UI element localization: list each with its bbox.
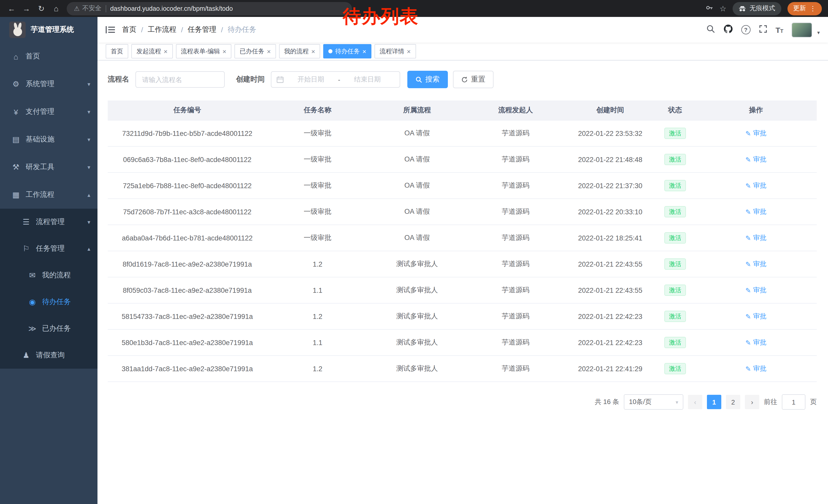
sidebar-item-todo-tasks[interactable]: ◉ 待办任务 bbox=[0, 289, 97, 315]
browser-menu-icon[interactable]: ⋮ bbox=[810, 5, 816, 12]
next-page-button[interactable]: › bbox=[745, 395, 759, 409]
back-icon[interactable]: ← bbox=[4, 1, 19, 16]
sidebar-item-leave-query[interactable]: ♟ 请假查询 bbox=[0, 342, 97, 369]
home-icon[interactable]: ⌂ bbox=[49, 1, 64, 16]
close-icon[interactable]: × bbox=[222, 48, 226, 55]
table-row: 73211d9d-7b9b-11ec-b5b7-acde48001122 一级审… bbox=[108, 120, 817, 146]
close-icon[interactable]: × bbox=[407, 48, 411, 55]
tab-home[interactable]: 首页 bbox=[106, 44, 128, 58]
cell-initiator: 芋道源码 bbox=[466, 251, 565, 277]
page-size-select[interactable]: 10条/页 ▾ bbox=[624, 394, 683, 410]
bookmark-star-icon[interactable]: ☆ bbox=[719, 4, 727, 13]
chevron-down-icon: ▾ bbox=[87, 108, 90, 115]
font-size-icon[interactable]: TT bbox=[776, 26, 783, 34]
search-label: 搜索 bbox=[425, 75, 440, 84]
forward-icon[interactable]: → bbox=[19, 1, 34, 16]
tab-process-detail[interactable]: 流程详情 × bbox=[374, 44, 416, 58]
tab-my-process[interactable]: 我的流程 × bbox=[279, 44, 320, 58]
address-bar[interactable]: ⚠ 不安全 dashboard.yudao.iocoder.cn/bpm/tas… bbox=[67, 2, 352, 15]
prev-page-button[interactable]: ‹ bbox=[688, 395, 702, 409]
sidebar-item-process-management[interactable]: ☰ 流程管理 ▾ bbox=[0, 209, 97, 235]
sidebar-item-done-tasks[interactable]: ≫ 已办任务 bbox=[0, 315, 97, 342]
cell-process: OA 请假 bbox=[368, 120, 466, 146]
cell-status: 激活 bbox=[655, 303, 695, 329]
close-icon[interactable]: × bbox=[267, 48, 271, 55]
tags-view: 首页 发起流程 × 流程表单-编辑 × 已办任务 × 我的流程 × bbox=[97, 43, 828, 60]
sidebar-item-payment[interactable]: ¥ 支付管理 ▾ bbox=[0, 98, 97, 126]
approve-link[interactable]: ✎审批 bbox=[745, 181, 767, 190]
approve-label: 审批 bbox=[753, 312, 767, 321]
security-warning[interactable]: ⚠ 不安全 bbox=[74, 4, 101, 13]
sidebar-item-workflow[interactable]: ▦ 工作流程 ▴ bbox=[0, 181, 97, 209]
cell-status: 激活 bbox=[655, 199, 695, 225]
sidebar-item-home[interactable]: ⌂ 首页 bbox=[0, 43, 97, 70]
cell-status: 激活 bbox=[655, 173, 695, 199]
avatar-caret-icon[interactable]: ▾ bbox=[817, 30, 820, 37]
sidebar-item-infrastructure[interactable]: ▤ 基础设施 ▾ bbox=[0, 126, 97, 153]
search-button[interactable]: 搜索 bbox=[407, 71, 448, 88]
page-button-2[interactable]: 2 bbox=[726, 395, 740, 409]
approve-label: 审批 bbox=[753, 233, 767, 242]
sidebar-item-my-process[interactable]: ✉ 我的流程 bbox=[0, 262, 97, 289]
sidebar-item-system[interactable]: ⚙ 系统管理 ▾ bbox=[0, 70, 97, 98]
cell-action: ✎审批 bbox=[695, 251, 817, 277]
app-logo[interactable]: 芋道管理系统 bbox=[0, 17, 97, 43]
create-time-label: 创建时间 bbox=[236, 75, 265, 84]
cell-task-id: 381aa1dd-7ac8-11ec-a9e2-a2380e71991a bbox=[108, 356, 267, 382]
approve-link[interactable]: ✎审批 bbox=[745, 207, 767, 216]
cell-action: ✎审批 bbox=[695, 146, 817, 173]
tab-start-process[interactable]: 发起流程 × bbox=[131, 44, 173, 58]
warning-icon: ⚠ bbox=[74, 5, 80, 12]
approve-link[interactable]: ✎审批 bbox=[745, 233, 767, 242]
breadcrumb-workflow[interactable]: 工作流程 bbox=[148, 25, 176, 34]
update-button[interactable]: 更新 ⋮ bbox=[787, 2, 822, 15]
approve-link[interactable]: ✎审批 bbox=[745, 155, 767, 164]
key-icon[interactable] bbox=[705, 3, 713, 13]
tab-done-tasks[interactable]: 已办任务 × bbox=[235, 44, 276, 58]
goto-page-input[interactable] bbox=[782, 394, 805, 410]
approve-link[interactable]: ✎审批 bbox=[745, 338, 767, 347]
dashboard-icon: ⌂ bbox=[10, 52, 22, 61]
approve-link[interactable]: ✎审批 bbox=[745, 364, 767, 373]
sidebar-toggle-icon[interactable] bbox=[106, 26, 115, 34]
edit-icon: ✎ bbox=[745, 182, 751, 189]
tab-todo-tasks[interactable]: 待办任务 × bbox=[324, 44, 371, 58]
fullscreen-icon[interactable] bbox=[758, 25, 767, 35]
page-button-1[interactable]: 1 bbox=[707, 395, 721, 409]
tab-label: 发起流程 bbox=[136, 47, 161, 56]
cell-status: 激活 bbox=[655, 329, 695, 356]
col-status: 状态 bbox=[655, 100, 695, 120]
annotation-overlay: 待办列表 bbox=[343, 4, 419, 29]
cell-task-name: 一级审批 bbox=[267, 146, 368, 173]
approve-link[interactable]: ✎审批 bbox=[745, 312, 767, 321]
approve-link[interactable]: ✎审批 bbox=[745, 129, 767, 138]
cell-action: ✎审批 bbox=[695, 225, 817, 251]
approve-link[interactable]: ✎审批 bbox=[745, 260, 767, 269]
cell-process: 测试多审批人 bbox=[368, 277, 466, 303]
breadcrumb-home[interactable]: 首页 bbox=[122, 25, 136, 34]
help-icon[interactable]: ? bbox=[741, 25, 750, 34]
reload-icon[interactable]: ↻ bbox=[34, 1, 49, 16]
status-badge: 激活 bbox=[664, 206, 686, 217]
close-icon[interactable]: × bbox=[164, 48, 167, 55]
edit-icon: ✎ bbox=[745, 155, 751, 163]
breadcrumb-task-management[interactable]: 任务管理 bbox=[188, 25, 216, 34]
user-avatar[interactable] bbox=[792, 22, 812, 37]
date-range-picker[interactable]: 开始日期 - 结束日期 bbox=[271, 71, 400, 88]
reset-button[interactable]: 重置 bbox=[453, 71, 494, 88]
sidebar-item-devtools[interactable]: ⚒ 研发工具 ▾ bbox=[0, 153, 97, 181]
sidebar-item-task-management[interactable]: ⚐ 任务管理 ▴ bbox=[0, 235, 97, 262]
close-icon[interactable]: × bbox=[312, 48, 315, 55]
close-icon[interactable]: × bbox=[363, 48, 366, 55]
chevron-down-icon: ▾ bbox=[87, 136, 90, 143]
search-icon[interactable] bbox=[706, 25, 715, 35]
cell-created: 2022-01-22 18:25:41 bbox=[565, 225, 655, 251]
navbar-actions: ? TT ▾ bbox=[706, 22, 820, 37]
table-row: 8f0d1619-7ac8-11ec-a9e2-a2380e71991a 1.2… bbox=[108, 251, 817, 277]
github-icon[interactable] bbox=[723, 24, 733, 36]
approve-link[interactable]: ✎审批 bbox=[745, 286, 767, 295]
tab-process-form-edit[interactable]: 流程表单-编辑 × bbox=[176, 44, 232, 58]
process-name-input[interactable] bbox=[135, 71, 225, 88]
message-icon: ✉ bbox=[27, 271, 38, 280]
cell-initiator: 芋道源码 bbox=[466, 356, 565, 382]
